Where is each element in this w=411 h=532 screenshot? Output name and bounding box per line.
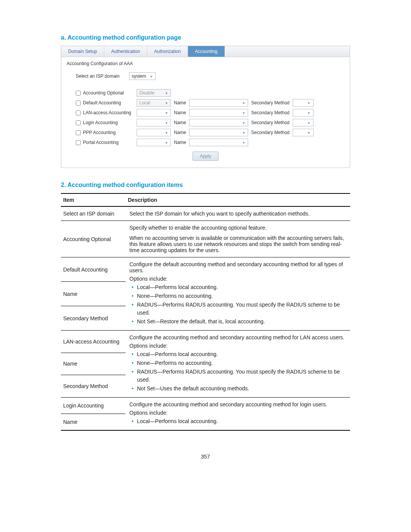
select-portal-method[interactable]: ▾ bbox=[137, 139, 171, 146]
cell-item: Secondary Method bbox=[61, 375, 126, 398]
bullet: Local—Performs local accounting. bbox=[129, 417, 348, 425]
desc-p: Options include: bbox=[129, 410, 348, 416]
row-ppp: PPP Accounting bbox=[76, 130, 137, 135]
name-label: Name bbox=[174, 110, 186, 115]
chevron-down-icon: ▾ bbox=[164, 110, 169, 115]
bullet: RADIUS—Performs RADIUS accounting. You m… bbox=[129, 301, 348, 317]
cell-item: Accounting Optional bbox=[61, 221, 126, 257]
name-label: Name bbox=[174, 140, 186, 145]
chevron-down-icon: ▾ bbox=[306, 130, 312, 135]
select-login-name[interactable]: ▾ bbox=[189, 119, 248, 126]
panel-title: Accounting Configuration of AAA bbox=[67, 61, 344, 66]
chevron-down-icon: ▾ bbox=[164, 130, 169, 135]
cell-item: Name bbox=[61, 353, 126, 375]
secondary-label: Secondary Method bbox=[251, 100, 290, 105]
select-default-value: Local bbox=[139, 100, 150, 105]
chevron-down-icon: ▾ bbox=[164, 90, 169, 96]
checkbox-portal[interactable] bbox=[76, 140, 81, 145]
select-ppp-name[interactable]: ▾ bbox=[189, 129, 248, 136]
page-number: 357 bbox=[61, 454, 350, 460]
label-login: Login Accounting bbox=[83, 120, 118, 125]
label-ppp: PPP Accounting bbox=[83, 130, 116, 135]
select-login-secondary[interactable]: ▾ bbox=[293, 119, 314, 126]
checkbox-accounting-optional[interactable] bbox=[76, 91, 81, 96]
cell-desc: Select the ISP domain for which you want… bbox=[126, 206, 350, 221]
desc-p: Specify whether to enable the accounting… bbox=[129, 225, 348, 231]
cell-desc: Configure the default accounting method … bbox=[126, 257, 350, 331]
select-login-method[interactable]: ▾ bbox=[137, 119, 171, 126]
checkbox-lan-access[interactable] bbox=[76, 110, 81, 115]
chevron-down-icon: ▾ bbox=[164, 140, 169, 145]
th-description: Description bbox=[126, 193, 350, 206]
chevron-down-icon: ▾ bbox=[241, 100, 246, 105]
cell-item: Name bbox=[61, 414, 126, 430]
chevron-down-icon: ▾ bbox=[306, 110, 312, 115]
th-item: Item bbox=[61, 193, 126, 206]
cell-item: Name bbox=[61, 282, 126, 306]
cell-item: LAN-access Accounting bbox=[61, 331, 126, 353]
label-accounting-optional: Accounting Optional bbox=[83, 90, 124, 96]
bullet: Not Set—Uses the default accounting meth… bbox=[129, 385, 348, 393]
select-default-name[interactable]: ▾ bbox=[189, 99, 248, 107]
description-table: Item Description Select an ISP domain Se… bbox=[61, 193, 350, 431]
chevron-down-icon: ▾ bbox=[148, 73, 154, 79]
row-portal: Portal Accounting bbox=[76, 140, 137, 145]
cell-item: Secondary Method bbox=[61, 306, 126, 331]
cell-desc: Configure the accounting method and seco… bbox=[126, 331, 350, 398]
tab-accounting[interactable]: Accounting bbox=[188, 46, 225, 57]
desc-p: Options include: bbox=[129, 276, 348, 282]
tab-spacer bbox=[225, 46, 350, 57]
chevron-down-icon: ▾ bbox=[241, 140, 246, 145]
select-default-secondary[interactable]: ▾ bbox=[293, 99, 314, 107]
desc-p: Configure the accounting method and seco… bbox=[129, 334, 348, 340]
select-default-method[interactable]: Local ▾ bbox=[137, 99, 171, 107]
tab-authentication[interactable]: Authentication bbox=[104, 46, 147, 57]
label-portal: Portal Accounting bbox=[83, 140, 118, 145]
chevron-down-icon: ▾ bbox=[306, 120, 312, 125]
select-domain-label: Select an ISP domain bbox=[76, 73, 129, 79]
bullet: Local—Performs local accounting. bbox=[129, 350, 348, 358]
select-lan-name[interactable]: ▾ bbox=[189, 109, 248, 117]
desc-p: When no accounting server is available o… bbox=[129, 235, 348, 253]
heading-a: a. Accounting method configuration page bbox=[61, 34, 350, 41]
label-lan-access: LAN-access Accounting bbox=[83, 110, 131, 115]
chevron-down-icon: ▾ bbox=[241, 120, 246, 125]
row-lan-access: LAN-access Accounting bbox=[76, 110, 137, 115]
bullet: Local—Performs local accounting. bbox=[129, 283, 348, 291]
select-optional-value: Disable bbox=[139, 90, 155, 96]
heading-2: 2. Accounting method configuration items bbox=[61, 182, 350, 189]
cell-item: Default Accounting bbox=[61, 257, 126, 282]
select-lan-secondary[interactable]: ▾ bbox=[293, 109, 314, 117]
apply-button[interactable]: Apply bbox=[193, 152, 218, 161]
cell-desc: Specify whether to enable the accounting… bbox=[126, 221, 350, 257]
select-portal-name[interactable]: ▾ bbox=[189, 139, 248, 146]
bullet: None—Performs no accounting. bbox=[129, 359, 348, 367]
name-label: Name bbox=[174, 120, 186, 125]
chevron-down-icon: ▾ bbox=[306, 100, 312, 105]
desc-p: Options include: bbox=[129, 343, 348, 349]
checkbox-ppp[interactable] bbox=[76, 130, 81, 135]
cell-desc: Configure the accounting method and seco… bbox=[126, 398, 350, 431]
checkbox-default-accounting[interactable] bbox=[76, 101, 81, 105]
bullet: RADIUS—Performs RADIUS accounting. You m… bbox=[129, 368, 348, 384]
secondary-label: Secondary Method bbox=[251, 110, 290, 115]
select-ppp-secondary[interactable]: ▾ bbox=[293, 129, 314, 136]
secondary-label: Secondary Method bbox=[251, 130, 290, 135]
desc-p: Configure the default accounting method … bbox=[129, 261, 348, 273]
name-label: Name bbox=[174, 130, 186, 135]
select-optional-method[interactable]: Disable ▾ bbox=[137, 89, 171, 97]
secondary-label: Secondary Method bbox=[251, 120, 290, 125]
domain-select[interactable]: system ▾ bbox=[129, 72, 156, 80]
chevron-down-icon: ▾ bbox=[241, 110, 246, 115]
checkbox-login[interactable] bbox=[76, 120, 81, 125]
tabs-bar: Domain Setup Authentication Authorizatio… bbox=[61, 46, 350, 57]
label-default-accounting: Default Accounting bbox=[83, 100, 121, 105]
row-login: Login Accounting bbox=[76, 120, 137, 125]
row-default-accounting: Default Accounting bbox=[76, 100, 137, 105]
chevron-down-icon: ▾ bbox=[241, 130, 246, 135]
tab-domain-setup[interactable]: Domain Setup bbox=[61, 46, 104, 57]
tab-authorization[interactable]: Authorization bbox=[147, 46, 188, 57]
select-lan-method[interactable]: ▾ bbox=[137, 109, 171, 117]
select-ppp-method[interactable]: ▾ bbox=[137, 129, 171, 136]
domain-value: system bbox=[132, 73, 146, 79]
